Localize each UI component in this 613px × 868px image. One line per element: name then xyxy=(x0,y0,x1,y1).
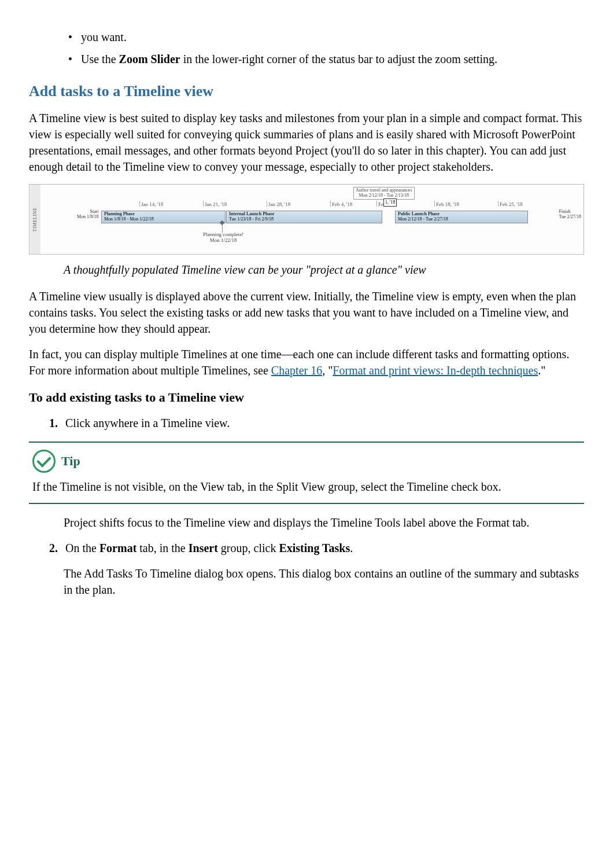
body-paragraph: A Timeline view is best suited to displa… xyxy=(29,110,584,175)
bullet-bold: Zoom Slider xyxy=(119,53,180,65)
bullet-text: in the lower-right corner of the status … xyxy=(180,53,497,65)
step-text: On the xyxy=(65,542,99,554)
tick-label: Jan 21, '18 xyxy=(203,201,227,207)
start-date: Mon 1/8/18 xyxy=(77,215,99,220)
callout-dates: Mon 2/12/18 - Tue 2/13/18 xyxy=(356,193,412,198)
checkmark-icon xyxy=(32,450,56,473)
timeline-start: Start Mon 1/8/18 xyxy=(77,209,99,220)
timeline-tab: TIMELINE xyxy=(30,185,40,254)
timeline-bar: Internal Launch Phase Tue 1/23/18 - Fri … xyxy=(226,211,382,223)
step-bold: Existing Tasks xyxy=(279,542,350,554)
step-bold: Insert xyxy=(189,542,218,554)
timeline-screenshot: TIMELINE Author travel and appearances M… xyxy=(29,184,584,255)
timeline-tab-label: TIMELINE xyxy=(32,208,38,232)
milestone-callout: Planning complete! Mon 1/22/18 xyxy=(203,232,243,244)
bar-dates: Mon 1/8/18 - Mon 1/22/18 xyxy=(104,217,223,222)
step-number: 2. xyxy=(49,540,58,556)
step-item: 2. On the Format tab, in the Insert grou… xyxy=(49,540,584,556)
body-paragraph: In fact, you can display multiple Timeli… xyxy=(29,346,584,378)
step-text: . xyxy=(350,542,353,554)
intro-bullet-list: you want. Use the Zoom Slider in the low… xyxy=(29,29,584,67)
step-result: Project shifts focus to the Timeline vie… xyxy=(64,514,584,531)
tip-header: Tip xyxy=(32,450,581,473)
section-heading: Add tasks to a Timeline view xyxy=(29,81,584,102)
step-result: The Add Tasks To Timeline dialog box ope… xyxy=(64,565,584,598)
timeline-finish: Finish Tue 2/27/18 xyxy=(559,209,581,220)
today-marker: 1, '18 xyxy=(383,198,397,206)
bullet-text: you want. xyxy=(81,31,127,43)
para-text: ." xyxy=(538,364,545,377)
bullet-item: you want. xyxy=(64,29,584,45)
bullet-text: Use the xyxy=(81,53,119,65)
step-list: 2. On the Format tab, in the Insert grou… xyxy=(29,540,584,556)
timeline-callout-top: Author travel and appearances Mon 2/12/1… xyxy=(353,187,415,200)
tip-box: Tip If the Timeline is not visible, on t… xyxy=(29,442,584,504)
finish-date: Tue 2/27/18 xyxy=(559,215,581,220)
topic-link[interactable]: Format and print views: In-depth techniq… xyxy=(333,364,538,377)
step-number: 1. xyxy=(49,415,58,431)
timeline-ticks: Jan 14, '18 Jan 21, '18 Jan 28, '18 Feb … xyxy=(41,201,584,209)
step-text: tab, in the xyxy=(136,542,188,554)
bar-dates: Mon 2/12/18 - Tue 2/27/18 xyxy=(398,217,525,222)
bar-dates: Tue 1/23/18 - Fri 2/9/18 xyxy=(229,217,379,222)
step-text: Click anywhere in a Timeline view. xyxy=(65,417,230,429)
milestone-date: Mon 1/22/18 xyxy=(203,238,243,244)
body-paragraph: A Timeline view usually is displayed abo… xyxy=(29,288,584,337)
tip-label: Tip xyxy=(61,453,80,470)
timeline-bar: Planning Phase Mon 1/8/18 - Mon 1/22/18 xyxy=(101,211,226,223)
step-item: 1. Click anywhere in a Timeline view. xyxy=(49,415,584,431)
timeline-bar: Public Launch Phase Mon 2/12/18 - Tue 2/… xyxy=(395,211,528,223)
para-text: , " xyxy=(322,364,333,377)
figure-caption: A thoughtfully populated Timeline view c… xyxy=(64,262,584,278)
step-bold: Format xyxy=(99,542,136,554)
procedure-heading: To add existing tasks to a Timeline view xyxy=(29,389,584,407)
step-list: 1. Click anywhere in a Timeline view. xyxy=(29,415,584,431)
tick-label: Feb 4, '18 xyxy=(330,201,352,207)
bullet-item: Use the Zoom Slider in the lower-right c… xyxy=(64,51,584,67)
chapter-link[interactable]: Chapter 16 xyxy=(271,364,322,377)
tip-body: If the Timeline is not visible, on the V… xyxy=(32,479,581,495)
tick-label: Jan 14, '18 xyxy=(139,201,163,207)
step-text: group, click xyxy=(218,542,279,554)
tick-label: Feb 25, '18 xyxy=(498,201,523,207)
tick-label: Jan 28, '18 xyxy=(267,201,290,207)
tick-label: Feb 18, '18 xyxy=(434,201,459,207)
